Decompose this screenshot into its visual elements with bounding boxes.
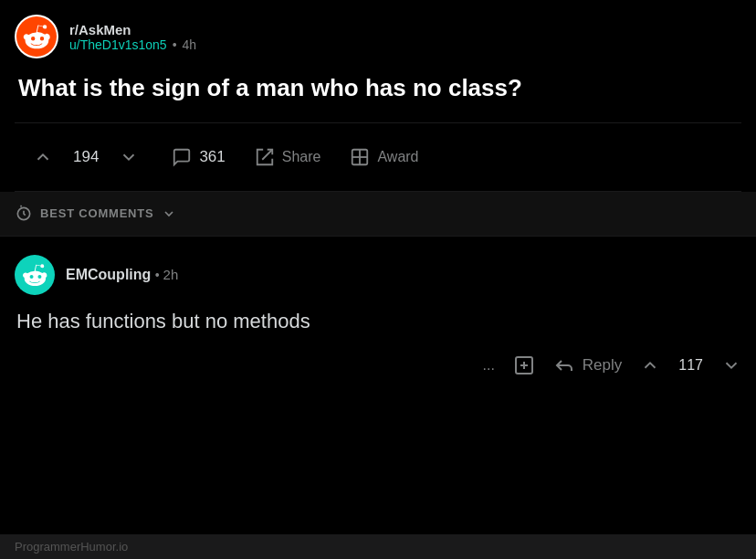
comment-downvote-button[interactable] bbox=[721, 355, 741, 375]
bottom-bar: ProgrammerHumor.io bbox=[0, 534, 756, 559]
post-title: What is the sign of a man who has no cla… bbox=[15, 73, 741, 104]
best-comments-bar[interactable]: BEST COMMENTS bbox=[0, 192, 756, 237]
separator-dot: • bbox=[173, 37, 177, 52]
username[interactable]: u/TheD1v1s1on5 bbox=[69, 37, 167, 52]
comment-separator: • bbox=[155, 268, 163, 282]
action-bar: 194 361 Share bbox=[15, 122, 741, 192]
award-button[interactable]: Award bbox=[339, 140, 429, 174]
comment-avatar bbox=[15, 255, 55, 295]
more-options-button[interactable]: ... bbox=[482, 357, 494, 374]
vote-group: 194 bbox=[18, 132, 153, 182]
reply-label: Reply bbox=[583, 356, 622, 374]
comment-upvote-count: 117 bbox=[678, 357, 703, 374]
upvote-count: 194 bbox=[73, 148, 99, 166]
user-time: u/TheD1v1s1on5 • 4h bbox=[69, 37, 196, 52]
watermark: ProgrammerHumor.io bbox=[15, 540, 128, 554]
reply-icon bbox=[553, 354, 575, 376]
reply-button[interactable]: Reply bbox=[553, 354, 622, 376]
comment-actions: ... Reply 117 bbox=[15, 354, 741, 376]
share-button[interactable]: Share bbox=[244, 140, 332, 174]
comment-section: EMCoupling • 2h He has functions but no … bbox=[0, 237, 756, 391]
comment-downvote-icon bbox=[721, 355, 741, 375]
post-avatar bbox=[15, 15, 58, 58]
comment-header: EMCoupling • 2h bbox=[15, 255, 741, 295]
best-comments-label: BEST COMMENTS bbox=[40, 206, 154, 220]
post-container: r/AskMen u/TheD1v1s1on5 • 4h What is the… bbox=[0, 0, 756, 192]
share-label: Share bbox=[282, 149, 321, 165]
comment-upvote-icon bbox=[640, 355, 660, 375]
more-options-icon: ... bbox=[482, 357, 494, 374]
comment-time: 2h bbox=[163, 267, 179, 282]
sort-icon bbox=[15, 205, 33, 223]
comment-button[interactable]: 361 bbox=[161, 140, 236, 174]
post-header: r/AskMen u/TheD1v1s1on5 • 4h bbox=[15, 15, 741, 58]
comment-body: He has functions but no methods bbox=[15, 308, 741, 336]
award-label: Award bbox=[377, 149, 418, 165]
add-award-icon bbox=[513, 354, 535, 376]
downvote-button[interactable] bbox=[108, 140, 150, 174]
subreddit-name[interactable]: r/AskMen bbox=[69, 22, 196, 37]
chevron-down-icon bbox=[162, 206, 176, 221]
post-time: 4h bbox=[183, 37, 197, 52]
post-meta: r/AskMen u/TheD1v1s1on5 • 4h bbox=[69, 22, 196, 52]
comment-upvote-button[interactable] bbox=[640, 355, 660, 375]
upvote-button[interactable] bbox=[22, 140, 64, 174]
comment-user-info: EMCoupling • 2h bbox=[66, 267, 178, 283]
comment-username[interactable]: EMCoupling bbox=[66, 267, 151, 282]
add-award-button[interactable] bbox=[513, 354, 535, 376]
comment-count: 361 bbox=[199, 148, 225, 166]
